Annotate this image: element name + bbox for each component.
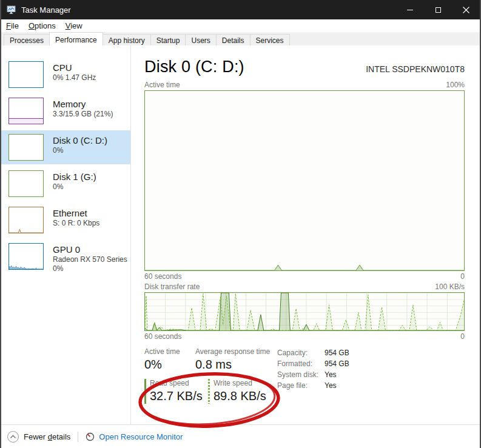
chevron-up-icon (10, 435, 16, 439)
tab-processes[interactable]: Processes (4, 34, 50, 45)
write-speed-value: 89.8 KB/s (214, 388, 266, 404)
disk0-minichart-icon (8, 134, 44, 161)
disk-detail-panel: Disk 0 (C: D:) INTEL SSDPEKNW010T8 Activ… (131, 45, 480, 424)
transfer-series (145, 293, 464, 330)
minimize-button[interactable] (396, 0, 424, 19)
disk0-subtitle: 0% (53, 146, 107, 155)
sidebar-item-disk1[interactable]: Disk 1 (G:) 0% (1, 167, 130, 201)
page-file-row: Page file: Yes (277, 380, 349, 391)
close-icon (463, 7, 469, 13)
active-time-xleft: 60 seconds (144, 272, 181, 281)
menu-bar: File Options View (1, 19, 480, 32)
sidebar-item-memory[interactable]: Memory 3.3/15.9 GB (21%) (1, 94, 130, 128)
tab-performance[interactable]: Performance (49, 32, 103, 45)
memory-subtitle: 3.3/15.9 GB (21%) (53, 110, 113, 119)
tab-details[interactable]: Details (216, 34, 251, 45)
sidebar-item-cpu[interactable]: CPU 0% 1.47 GHz (1, 58, 130, 92)
gpu0-title: GPU 0 (53, 244, 127, 255)
footer-bar: Fewer details Open Resource Monitor (1, 424, 480, 448)
maximize-icon (436, 7, 441, 13)
memory-title: Memory (53, 98, 113, 110)
active-time-chart-label: Active time (144, 81, 180, 89)
sidebar-item-ethernet[interactable]: Ethernet S: 0 R: 0 Kbps (1, 203, 130, 237)
performance-sidebar: CPU 0% 1.47 GHz Memory 3.3/15.9 GB (21%)… (1, 45, 131, 424)
fewer-details-label[interactable]: Fewer details (24, 432, 70, 441)
capacity-row: Capacity: 954 GB (277, 347, 349, 358)
cpu-subtitle: 0% 1.47 GHz (53, 73, 96, 82)
read-speed-bar-icon (144, 379, 146, 404)
gpu0-usage: 0% (53, 264, 127, 273)
title-bar: Task Manager (1, 0, 480, 19)
open-resource-monitor-link[interactable]: Open Resource Monitor (99, 432, 183, 441)
disk1-title: Disk 1 (G:) (53, 171, 96, 182)
sidebar-item-disk0[interactable]: Disk 0 (C: D:) 0% (1, 130, 130, 164)
menu-view[interactable]: View (61, 21, 87, 30)
sidebar-item-gpu0[interactable]: GPU 0 Radeon RX 570 Series 0% (1, 239, 130, 277)
ethernet-minichart-icon (8, 207, 44, 233)
transfer-xleft: 60 seconds (144, 332, 181, 341)
system-disk-row: System disk: Yes (277, 369, 349, 380)
gpu0-subtitle: Radeon RX 570 Series (53, 255, 127, 264)
read-speed-label: Read speed (150, 379, 203, 388)
maximize-button[interactable] (424, 0, 452, 19)
avg-response-value: 0.8 ms (195, 356, 270, 372)
disk0-title: Disk 0 (C: D:) (53, 135, 107, 146)
tab-app-history[interactable]: App history (103, 34, 151, 45)
tab-services[interactable]: Services (250, 34, 290, 45)
avg-response-label: Average response time (195, 347, 270, 356)
footer-separator (78, 432, 78, 442)
device-name: INTEL SSDPEKNW010T8 (366, 64, 465, 74)
memory-minichart-icon (8, 98, 44, 124)
active-time-stat-label: Active time (144, 347, 195, 356)
page-title: Disk 0 (C: D:) (144, 58, 244, 76)
write-speed-bar-icon (208, 379, 210, 404)
tab-startup[interactable]: Startup (150, 34, 186, 45)
performance-body: CPU 0% 1.47 GHz Memory 3.3/15.9 GB (21%)… (1, 45, 480, 424)
cpu-title: CPU (53, 62, 96, 73)
tab-strip: Processes Performance App history Startu… (1, 32, 480, 45)
transfer-chart-label: Disk transfer rate (144, 283, 200, 291)
active-time-chart[interactable] (144, 90, 465, 271)
menu-file[interactable]: File (6, 21, 24, 30)
transfer-max-label: 100 KB/s (435, 283, 465, 291)
active-time-series (145, 91, 464, 270)
task-manager-icon (7, 5, 16, 15)
disk-stats: Active time 0% Average response time 0.8… (144, 347, 465, 404)
active-time-max-label: 100% (446, 81, 465, 89)
gpu0-minichart-icon (8, 243, 44, 270)
active-time-stat-value: 0% (144, 356, 195, 372)
disk1-subtitle: 0% (53, 182, 96, 192)
minimize-icon (407, 10, 413, 10)
window-title: Task Manager (21, 5, 396, 15)
disk-transfer-chart[interactable] (144, 292, 465, 331)
disk1-minichart-icon (8, 170, 44, 197)
resource-monitor-icon (86, 432, 95, 441)
tab-users[interactable]: Users (185, 34, 216, 45)
read-speed-value: 32.7 KB/s (150, 388, 203, 404)
task-manager-window: Task Manager File Options View Processes… (0, 0, 481, 448)
close-button[interactable] (452, 0, 480, 19)
transfer-xright: 0 (460, 332, 465, 341)
fewer-details-button[interactable] (7, 431, 19, 443)
ethernet-title: Ethernet (53, 207, 99, 219)
ethernet-subtitle: S: 0 R: 0 Kbps (53, 219, 99, 228)
cpu-minichart-icon (8, 61, 44, 88)
formatted-row: Formatted: 954 GB (277, 358, 349, 369)
active-time-xright: 0 (460, 272, 465, 281)
write-speed-label: Write speed (214, 379, 266, 388)
menu-options[interactable]: Options (24, 21, 61, 30)
